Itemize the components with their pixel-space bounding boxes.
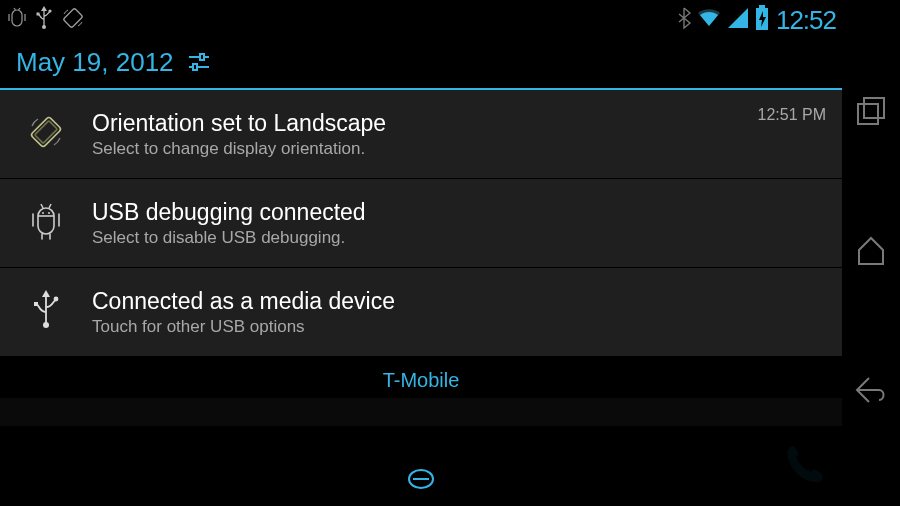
notification-panel: Orientation set to Landscape Select to c…: [0, 90, 842, 357]
bluetooth-icon: [676, 6, 692, 34]
svg-rect-0: [12, 10, 22, 26]
svg-rect-19: [35, 121, 58, 144]
usb-icon: [34, 6, 54, 34]
svg-marker-32: [42, 290, 50, 297]
signal-icon: [726, 6, 750, 34]
home-button[interactable]: [853, 232, 889, 272]
svg-point-31: [43, 322, 49, 328]
recents-button[interactable]: [854, 94, 888, 132]
svg-line-1: [14, 8, 16, 10]
svg-line-21: [41, 204, 43, 208]
svg-rect-12: [759, 5, 765, 8]
svg-line-2: [19, 8, 21, 10]
shade-date: May 19, 2012: [16, 47, 174, 78]
notification-time: 12:51 PM: [758, 106, 826, 124]
svg-line-22: [49, 204, 51, 208]
adb-icon: [29, 202, 63, 244]
notification-item[interactable]: Orientation set to Landscape Select to c…: [0, 90, 842, 179]
notification-subtitle: Select to change display orientation.: [92, 139, 758, 159]
battery-charging-icon: [754, 5, 770, 35]
svg-rect-8: [37, 13, 40, 16]
system-nav-bar: [842, 0, 900, 506]
svg-point-28: [48, 212, 50, 214]
notification-title: Orientation set to Landscape: [92, 110, 758, 137]
notification-subtitle: Touch for other USB options: [92, 317, 826, 337]
carrier-text: T-Mobile: [383, 369, 460, 392]
quicksettings-icon[interactable]: [184, 47, 214, 77]
svg-rect-17: [193, 64, 197, 70]
svg-point-6: [42, 25, 46, 29]
shade-handle-icon[interactable]: [403, 468, 439, 494]
status-clock: 12:52: [774, 5, 836, 36]
notification-item[interactable]: Connected as a media device Touch for ot…: [0, 268, 842, 357]
status-bar: 12:52: [0, 0, 842, 36]
svg-rect-37: [858, 104, 878, 124]
svg-rect-20: [38, 208, 54, 234]
notification-item[interactable]: USB debugging connected Select to disabl…: [0, 179, 842, 268]
shade-header: May 19, 2012: [0, 36, 842, 88]
notification-title: Connected as a media device: [92, 288, 826, 315]
notification-title: USB debugging connected: [92, 199, 826, 226]
svg-marker-7: [41, 6, 47, 11]
svg-point-9: [48, 9, 51, 12]
usb-icon: [31, 290, 61, 334]
rotation-lock-icon: [60, 6, 86, 34]
adb-icon: [6, 6, 28, 34]
svg-rect-38: [864, 98, 884, 118]
notification-subtitle: Select to disable USB debugging.: [92, 228, 826, 248]
svg-point-34: [54, 297, 59, 302]
back-button[interactable]: [853, 372, 889, 412]
carrier-label: T-Mobile: [0, 357, 842, 403]
svg-rect-33: [34, 302, 38, 306]
svg-rect-16: [200, 54, 204, 60]
svg-point-27: [42, 212, 44, 214]
rotation-lock-icon: [26, 112, 66, 156]
wifi-icon: [696, 6, 722, 34]
